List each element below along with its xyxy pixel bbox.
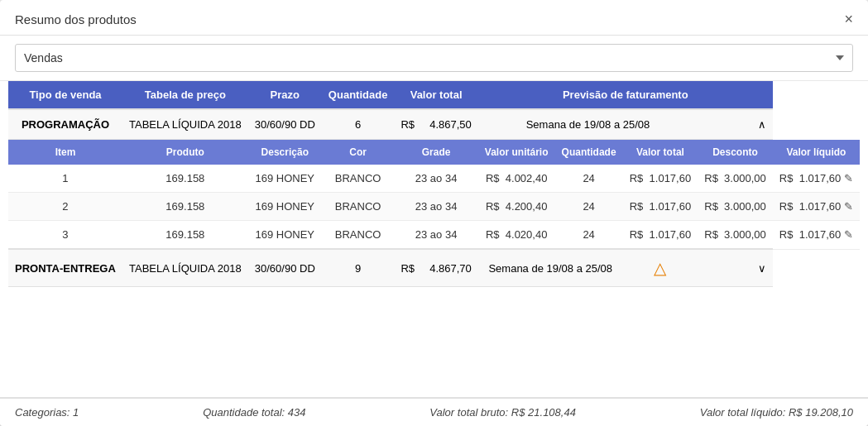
sub-col-valor-unitario: Valor unitário <box>478 140 555 165</box>
warning-icon: △ <box>654 258 666 278</box>
cell-item: 1 <box>8 165 122 193</box>
col-quantidade: Quantidade <box>322 81 395 109</box>
cell-cor: BRANCO <box>322 193 395 221</box>
group-quantidade: 9 <box>322 249 395 287</box>
table-header-row: Tipo de venda Tabela de preço Prazo Quan… <box>8 81 860 109</box>
edit-icon[interactable]: ✎ <box>844 172 853 184</box>
products-table: Tipo de venda Tabela de preço Prazo Quan… <box>8 81 860 287</box>
footer-quantidade-total: Quantidade total: 434 <box>203 406 305 419</box>
cell-valor-liquido: R$ 1.017,60 ✎ <box>773 221 860 250</box>
cell-grade: 23 ao 34 <box>394 165 477 193</box>
cell-valor-total: R$ 1.017,60 <box>623 193 698 221</box>
cell-valor-total: R$ 1.017,60 <box>623 221 698 250</box>
group-valor: R$ 4.867,50 <box>394 109 477 140</box>
sub-header-row: Item Produto Descrição Cor Grade Valor u… <box>8 140 860 165</box>
table-row: 2 169.158 169 HONEY BRANCO 23 ao 34 R$ 4… <box>8 193 860 221</box>
close-button[interactable]: × <box>844 12 853 26</box>
cell-descricao: 169 HONEY <box>248 165 322 193</box>
cell-descricao: 169 HONEY <box>248 221 322 250</box>
group-valor: R$ 4.867,70 <box>394 249 477 287</box>
modal-footer: Categorias: 1 Quantidade total: 434 Valo… <box>0 397 868 426</box>
table-row: 1 169.158 169 HONEY BRANCO 23 ao 34 R$ 4… <box>8 165 860 193</box>
cell-valor-unitario: R$ 4.002,40 <box>478 165 555 193</box>
sub-col-valor-liquido: Valor líquido <box>773 140 860 165</box>
sub-col-descricao: Descrição <box>248 140 322 165</box>
sub-col-item: Item <box>8 140 122 165</box>
col-prazo: Prazo <box>248 81 322 109</box>
footer-valor-bruto: Valor total bruto: R$ 21.108,44 <box>429 406 576 419</box>
col-valor-total: Valor total <box>394 81 477 109</box>
cell-grade: 23 ao 34 <box>394 221 477 250</box>
footer-valor-liquido: Valor total líquido: R$ 19.208,10 <box>700 406 853 419</box>
cell-desconto: R$ 3.000,00 <box>698 165 773 193</box>
group-chevron[interactable]: ∨ <box>698 249 773 287</box>
group-prazo: 30/60/90 DD <box>248 109 322 140</box>
col-tabela-preco: Tabela de preço <box>122 81 248 109</box>
edit-icon[interactable]: ✎ <box>844 200 853 213</box>
edit-icon[interactable]: ✎ <box>844 228 853 241</box>
cell-quantidade: 24 <box>555 165 623 193</box>
cell-quantidade: 24 <box>555 221 623 250</box>
cell-item: 2 <box>8 193 122 221</box>
group-tabela: TABELA LÍQUIDA 2018 <box>122 249 248 287</box>
cell-valor-unitario: R$ 4.200,40 <box>478 193 555 221</box>
sub-col-valor-total: Valor total <box>623 140 698 165</box>
table-container[interactable]: Tipo de venda Tabela de preço Prazo Quan… <box>0 81 868 397</box>
warning-cell: △ <box>623 249 698 287</box>
modal-title: Resumo dos produtos <box>15 12 137 26</box>
sub-col-quantidade: Quantidade <box>555 140 623 165</box>
group-quantidade: 6 <box>322 109 395 140</box>
group-row-pronta-entrega: PRONTA-ENTREGA TABELA LÍQUIDA 2018 30/60… <box>8 249 860 287</box>
group-type: PRONTA-ENTREGA <box>8 249 122 287</box>
cell-cor: BRANCO <box>322 221 395 250</box>
cell-valor-total: R$ 1.017,60 <box>623 165 698 193</box>
cell-produto: 169.158 <box>122 165 248 193</box>
cell-quantidade: 24 <box>555 193 623 221</box>
cell-desconto: R$ 3.000,00 <box>698 221 773 250</box>
sub-col-grade: Grade <box>394 140 477 165</box>
col-previsao: Previsão de faturamento <box>478 81 773 109</box>
sub-col-cor: Cor <box>322 140 395 165</box>
modal: Resumo dos produtos × Vendas Tipo de ven… <box>0 0 868 426</box>
table-row: 3 169.158 169 HONEY BRANCO 23 ao 34 R$ 4… <box>8 221 860 250</box>
cell-descricao: 169 HONEY <box>248 193 322 221</box>
group-type: PROGRAMAÇÃO <box>8 109 122 140</box>
cell-valor-unitario: R$ 4.020,40 <box>478 221 555 250</box>
group-prazo: 30/60/90 DD <box>248 249 322 287</box>
sub-col-desconto: Desconto <box>698 140 773 165</box>
group-previsao: Semana de 19/08 a 25/08 <box>478 109 698 140</box>
group-chevron[interactable]: ∧ <box>698 109 773 140</box>
group-previsao: Semana de 19/08 a 25/08 <box>478 249 623 287</box>
cell-item: 3 <box>8 221 122 250</box>
cell-valor-liquido: R$ 1.017,60 ✎ <box>773 165 860 193</box>
cell-produto: 169.158 <box>122 221 248 250</box>
group-tabela: TABELA LÍQUIDA 2018 <box>122 109 248 140</box>
sub-col-produto: Produto <box>122 140 248 165</box>
cell-cor: BRANCO <box>322 165 395 193</box>
dropdown-section: Vendas <box>0 36 868 81</box>
col-tipo-venda: Tipo de venda <box>8 81 122 109</box>
cell-desconto: R$ 3.000,00 <box>698 193 773 221</box>
modal-header: Resumo dos produtos × <box>0 0 868 36</box>
footer-categorias: Categorias: 1 <box>15 406 79 419</box>
group-row-programacao: PROGRAMAÇÃO TABELA LÍQUIDA 2018 30/60/90… <box>8 109 860 140</box>
cell-valor-liquido: R$ 1.017,60 ✎ <box>773 193 860 221</box>
cell-produto: 169.158 <box>122 193 248 221</box>
vendas-dropdown[interactable]: Vendas <box>15 44 853 72</box>
cell-grade: 23 ao 34 <box>394 193 477 221</box>
